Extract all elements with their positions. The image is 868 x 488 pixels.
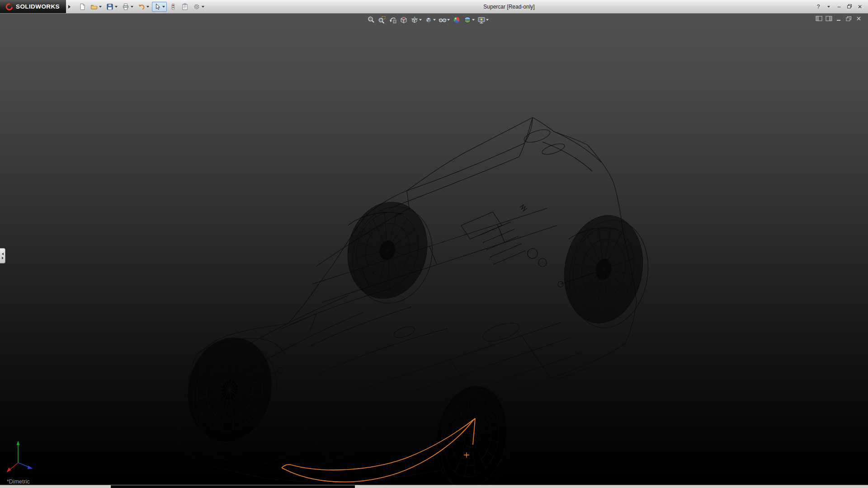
select-dropdown-icon[interactable] [162,6,165,8]
apply-scene-dropdown-icon[interactable] [472,19,475,21]
view-orientation-label: *Dimetric [7,479,30,485]
options-dropdown-icon[interactable] [202,6,204,8]
collapse-arrow-icon [2,253,4,255]
orientation-triad [7,441,33,473]
split-pane-left-button[interactable] [815,15,823,22]
graphics-viewport[interactable] [0,13,868,485]
view-orientation-dropdown-icon[interactable] [419,19,422,21]
new-document-icon [79,3,86,10]
apply-scene-icon [463,16,472,24]
help-dropdown-icon [827,6,830,8]
doc-restore-icon [845,16,852,21]
graphics-area[interactable]: *Dimetric [0,13,868,485]
doc-close-button[interactable] [855,15,863,22]
wheel-rear-right[interactable] [556,209,657,334]
options-button[interactable] [191,2,206,12]
zoom-to-area-button[interactable] [377,14,387,26]
save-icon [106,3,113,10]
zoom-to-area-icon [378,16,386,24]
rebuild-stoplight-icon [170,3,177,10]
print-button[interactable] [120,2,135,12]
undo-icon [138,3,145,10]
save-button[interactable] [104,2,119,12]
menu-expand-arrow[interactable] [66,0,72,13]
previous-view-button[interactable] [388,14,398,26]
undo-dropdown-icon[interactable] [146,6,149,8]
doc-restore-button[interactable] [845,15,853,22]
close-button[interactable]: ✕ [855,2,864,11]
triad-z-axis [18,463,29,467]
solidworks-logo: SOLIDWORKS [0,0,66,13]
print-dropdown-icon[interactable] [131,6,133,8]
wheel-front-left[interactable] [177,330,288,455]
split-pane-right-icon [826,16,832,21]
doc-close-icon [855,16,862,21]
select-button[interactable] [152,2,167,12]
edit-appearance-button[interactable] [452,14,462,26]
feature-panel-expand-tab[interactable] [0,248,5,263]
menu-expand-arrow-icon [68,5,71,9]
doc-minimize-button[interactable] [835,15,843,22]
triad-z-arrow [28,466,33,469]
save-dropdown-icon[interactable] [115,6,118,8]
print-icon [122,3,129,10]
triad-y-arrow [17,441,20,445]
split-pane-left-icon [816,16,822,21]
view-orientation-icon [410,16,419,24]
solidworks-window: SOLIDWORKS [0,0,868,488]
wireframe-car[interactable] [177,117,657,485]
help-dropdown-button[interactable] [824,2,833,11]
new-document-button[interactable] [77,2,88,12]
restore-icon [847,4,852,9]
wheel-rear-left[interactable] [337,193,443,312]
hide-show-items-button[interactable] [438,14,451,26]
headsup-view-toolbar [366,14,490,26]
statusbar [0,485,868,488]
hide-show-items-icon [439,16,447,24]
standard-toolbar [77,2,206,12]
previous-view-icon [389,16,397,24]
window-title: Supercar [Read-only] [206,4,812,10]
undo-button[interactable] [136,2,151,12]
view-settings-icon [477,16,486,24]
edit-appearance-icon [453,16,461,24]
brand-text: SOLIDWORKS [16,3,60,10]
close-icon: ✕ [858,4,862,10]
file-properties-icon [181,3,189,10]
display-style-icon [425,16,433,24]
view-settings-button[interactable] [476,14,490,26]
statusbar-segment [111,485,355,488]
select-cursor-icon [154,3,161,10]
triad-x-axis [9,463,18,470]
rebuild-button[interactable] [168,2,179,12]
open-folder-icon [90,3,98,10]
minimize-button[interactable]: – [835,2,844,11]
titlebar: SOLIDWORKS [0,0,868,14]
window-controls: ? – ✕ [812,2,868,11]
open-dropdown-icon[interactable] [99,6,102,8]
display-style-button[interactable] [424,14,437,26]
zoom-to-fit-icon [367,16,375,24]
help-button[interactable]: ? [814,2,823,11]
expand-arrow-icon [2,257,4,259]
display-style-dropdown-icon[interactable] [433,19,436,21]
view-orientation-button[interactable] [410,14,423,26]
section-view-button[interactable] [399,14,409,26]
minimize-icon: – [838,4,841,10]
3ds-swirl-icon [4,3,14,11]
file-properties-button[interactable] [179,2,190,12]
section-view-icon [400,16,408,24]
help-icon: ? [817,4,820,10]
hide-show-items-dropdown-icon[interactable] [447,19,450,21]
open-button[interactable] [89,2,104,12]
doc-minimize-icon [835,16,842,21]
apply-scene-button[interactable] [462,14,476,26]
document-window-controls [815,15,863,22]
triad-x-arrow [7,468,11,473]
zoom-to-fit-button[interactable] [366,14,376,26]
split-pane-right-button[interactable] [825,15,833,22]
restore-button[interactable] [845,2,854,11]
options-gear-icon [193,3,200,10]
view-settings-dropdown-icon[interactable] [486,19,489,21]
